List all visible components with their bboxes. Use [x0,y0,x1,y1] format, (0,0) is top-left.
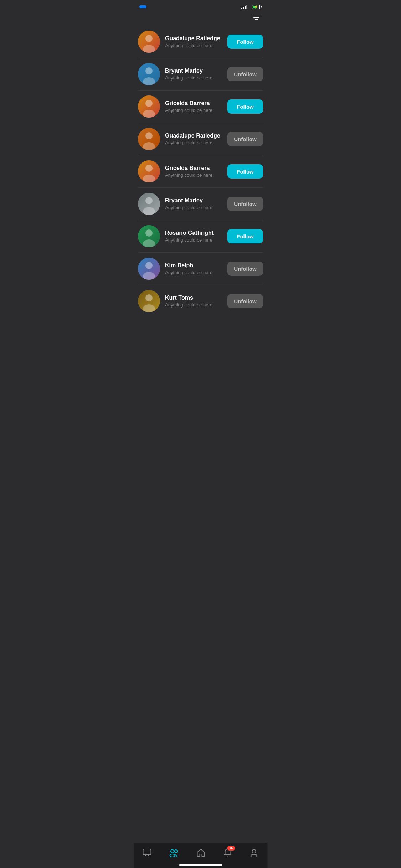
signal-icon [241,4,247,9]
list-item: Kim DelphAnything could be hereUnfollow [138,253,263,285]
status-right: ⚡ [241,4,262,9]
user-name: Bryant Marley [165,197,222,204]
user-info: Gricelda BarreraAnything could be here [165,165,222,178]
user-info: Gricelda BarreraAnything could be here [165,100,222,113]
user-info: Bryant MarleyAnything could be here [165,68,222,81]
svg-point-25 [145,294,153,301]
search-bar [134,11,267,26]
user-info: Guadalupe RatledgeAnything could be here [165,35,222,48]
user-subtitle: Anything could be here [165,205,222,210]
svg-point-4 [145,67,153,74]
svg-point-10 [145,132,153,139]
avatar [138,128,160,150]
list-item: Gricelda BarreraAnything could be hereFo… [138,155,263,188]
follow-button[interactable]: Follow [227,99,263,114]
svg-point-13 [145,165,153,172]
user-info: Guadalupe RatledgeAnything could be here [165,133,222,145]
status-bar: ⚡ [134,0,267,11]
list-item: Rosario GathrightAnything could be hereF… [138,220,263,253]
user-name: Gricelda Barrera [165,100,222,107]
user-list: Guadalupe RatledgeAnything could be here… [134,26,267,317]
list-item: Kurt TomsAnything could be hereUnfollow [138,285,263,317]
avatar [138,290,160,312]
user-info: Kim DelphAnything could be here [165,262,222,275]
user-name: Rosario Gathright [165,230,222,236]
list-item: Guadalupe RatledgeAnything could be here… [138,26,263,58]
user-name: Guadalupe Ratledge [165,35,222,42]
battery-icon: ⚡ [252,5,262,9]
user-subtitle: Anything could be here [165,237,222,243]
svg-point-19 [145,229,153,237]
list-item: Guadalupe RatledgeAnything could be here… [138,123,263,155]
user-info: Kurt TomsAnything could be here [165,295,222,308]
user-subtitle: Anything could be here [165,172,222,178]
user-name: Bryant Marley [165,68,222,74]
status-time [139,5,146,8]
user-subtitle: Anything could be here [165,43,222,48]
unfollow-button[interactable]: Unfollow [227,197,263,211]
user-name: Kurt Toms [165,295,222,301]
user-subtitle: Anything could be here [165,108,222,113]
list-item: Bryant MarleyAnything could be hereUnfol… [138,58,263,91]
unfollow-button[interactable]: Unfollow [227,262,263,276]
user-subtitle: Anything could be here [165,75,222,81]
avatar [138,160,160,182]
user-subtitle: Anything could be here [165,140,222,145]
user-name: Kim Delph [165,262,222,269]
svg-point-16 [145,197,153,204]
avatar [138,95,160,118]
svg-point-1 [145,35,153,42]
unfollow-button[interactable]: Unfollow [227,294,263,308]
svg-point-7 [145,100,153,107]
filter-icon[interactable] [252,16,260,20]
unfollow-button[interactable]: Unfollow [227,67,263,81]
user-info: Bryant MarleyAnything could be here [165,197,222,210]
svg-point-22 [145,262,153,269]
avatar [138,225,160,247]
follow-button[interactable]: Follow [227,35,263,49]
unfollow-button[interactable]: Unfollow [227,132,263,146]
avatar [138,258,160,280]
user-subtitle: Anything could be here [165,270,222,275]
list-item: Bryant MarleyAnything could be hereUnfol… [138,188,263,220]
follow-button[interactable]: Follow [227,164,263,179]
avatar [138,193,160,215]
user-name: Guadalupe Ratledge [165,133,222,139]
follow-button[interactable]: Follow [227,229,263,243]
user-subtitle: Anything could be here [165,302,222,308]
user-name: Gricelda Barrera [165,165,222,171]
user-info: Rosario GathrightAnything could be here [165,230,222,243]
avatar [138,31,160,53]
avatar [138,63,160,85]
list-item: Gricelda BarreraAnything could be hereFo… [138,91,263,123]
